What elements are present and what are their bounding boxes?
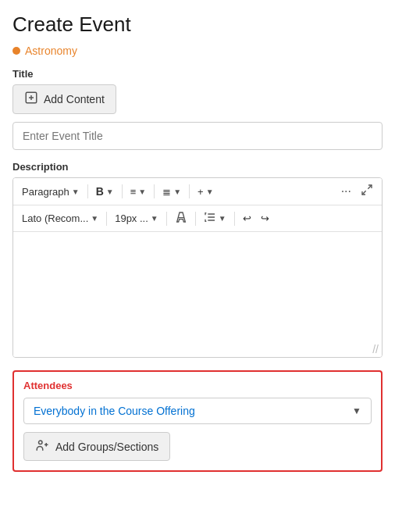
sep5: [106, 212, 107, 226]
page-container: Create Event Astronomy Title Add Content…: [0, 0, 395, 532]
font-family-label: Lato (Recom...: [22, 212, 88, 224]
course-name: Astronomy: [25, 45, 77, 57]
font-family-dropdown[interactable]: Lato (Recom... ▼: [18, 210, 102, 227]
attendees-chevron-icon: ▼: [352, 405, 361, 416]
editor-body[interactable]: //: [13, 232, 382, 357]
align-caret: ▼: [138, 187, 146, 196]
bold-button[interactable]: B ▼: [92, 183, 118, 200]
sep4: [189, 184, 190, 198]
font-size-label: 19px ...: [115, 212, 148, 224]
font-size-caret: ▼: [151, 214, 158, 223]
title-label: Title: [12, 68, 383, 80]
svg-line-4: [362, 191, 366, 195]
add-groups-icon: [35, 438, 49, 455]
svg-point-9: [39, 441, 43, 445]
sep2: [122, 184, 123, 198]
add-groups-label: Add Groups/Sections: [55, 441, 158, 453]
toolbar-row1: Paragraph ▼ B ▼ ≡ ▼ ≣ ▼: [13, 178, 382, 205]
editor-container: Paragraph ▼ B ▼ ≡ ▼ ≣ ▼: [12, 177, 383, 358]
bold-icon: B: [96, 185, 104, 198]
paragraph-caret: ▼: [72, 187, 80, 196]
attendees-label: Attendees: [23, 380, 372, 391]
expand-button[interactable]: [357, 181, 377, 202]
resize-handle: //: [372, 343, 379, 355]
course-dot: [12, 47, 20, 55]
event-title-input[interactable]: [12, 122, 383, 150]
attendees-dropdown-text: Everybody in the Course Offering: [34, 405, 195, 417]
add-content-label: Add Content: [44, 93, 105, 105]
line-height-icon: [204, 211, 216, 226]
list-caret: ▼: [173, 187, 181, 196]
redo-button[interactable]: ↪: [257, 210, 273, 227]
sep6: [166, 212, 167, 226]
course-badge: Astronomy: [12, 45, 383, 57]
toolbar-row2: Lato (Recom... ▼ 19px ... ▼: [13, 205, 382, 232]
insert-caret: ▼: [206, 187, 214, 196]
attendees-section: Attendees Everybody in the Course Offeri…: [12, 370, 383, 472]
paragraph-label: Paragraph: [22, 186, 69, 198]
font-family-caret: ▼: [91, 214, 98, 223]
sep3: [154, 184, 155, 198]
list-button[interactable]: ≣ ▼: [158, 184, 185, 200]
sep7: [195, 212, 196, 226]
attendees-dropdown[interactable]: Everybody in the Course Offering ▼: [23, 398, 372, 424]
sep1: [87, 184, 88, 198]
more-options-button[interactable]: ···: [337, 182, 355, 201]
line-height-button[interactable]: ▼: [200, 209, 230, 228]
font-size-dropdown[interactable]: 19px ... ▼: [111, 210, 162, 227]
align-icon: ≡: [130, 186, 137, 198]
page-title: Create Event: [12, 12, 383, 37]
undo-button[interactable]: ↩: [239, 210, 255, 227]
line-height-caret: ▼: [219, 214, 226, 223]
list-icon: ≣: [162, 186, 171, 198]
add-content-button[interactable]: Add Content: [12, 84, 116, 114]
text-color-icon: [175, 211, 187, 226]
insert-button[interactable]: + ▼: [194, 184, 218, 200]
paragraph-dropdown[interactable]: Paragraph ▼: [18, 184, 84, 200]
description-label: Description: [12, 161, 383, 173]
undo-icon: ↩: [243, 212, 251, 224]
svg-line-3: [368, 185, 372, 189]
align-button[interactable]: ≡ ▼: [126, 184, 151, 200]
add-content-icon: [24, 91, 38, 108]
redo-icon: ↪: [261, 212, 269, 224]
insert-icon: +: [198, 186, 204, 198]
add-groups-button[interactable]: Add Groups/Sections: [23, 432, 170, 461]
more-options-icon: ···: [341, 184, 351, 198]
expand-icon: [361, 184, 373, 199]
text-color-button[interactable]: [171, 209, 191, 228]
bold-caret: ▼: [106, 187, 114, 196]
sep8: [234, 212, 235, 226]
